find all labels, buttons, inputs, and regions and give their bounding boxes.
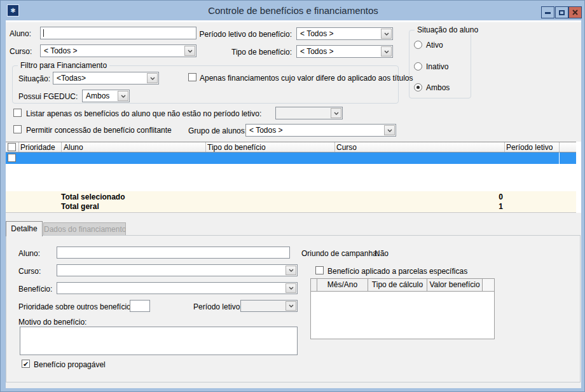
maximize-button[interactable]: [555, 6, 568, 18]
permitir-conflitante-checkbox[interactable]: [13, 125, 22, 133]
listar-apenas-label: Listar apenas os benefícios do aluno que…: [26, 109, 261, 118]
chevron-down-icon[interactable]: [147, 73, 158, 83]
table-row-selected[interactable]: [6, 152, 576, 164]
parcelas-especificas-checkbox[interactable]: [315, 266, 324, 274]
select-all-checkbox[interactable]: [8, 143, 16, 151]
total-geral-value: 1: [439, 202, 503, 211]
curso-filter-dropdown[interactable]: < Todos >: [40, 44, 196, 57]
detail-motivo-textarea[interactable]: [20, 327, 298, 355]
situacao-financiamento-label: Situação:: [18, 74, 50, 83]
radio-inativo[interactable]: [414, 62, 422, 71]
window-controle-beneficios: ✱ Controle de benefícios e financiamento…: [0, 0, 585, 392]
row-divider: [559, 152, 560, 164]
tab-dados-financiamento: Dados do financiamento: [43, 222, 126, 236]
parcelas-row-indicator-header: [311, 279, 317, 292]
oriundo-campanha-value: Não: [375, 249, 389, 258]
text-caret: [43, 29, 44, 37]
total-geral-label: Total geral: [61, 202, 99, 211]
tab-detalhe[interactable]: Detalhe: [6, 221, 43, 236]
content-top-highlight: [6, 20, 581, 22]
column-header-curso[interactable]: Curso: [336, 143, 357, 152]
periodo-letivo-beneficio-dropdown[interactable]: < Todos >: [296, 27, 393, 40]
fgeduc-dropdown[interactable]: Ambos: [82, 90, 130, 102]
detail-curso-dropdown[interactable]: [57, 264, 298, 276]
parcelas-column-valor-beneficio[interactable]: Valor benefício: [427, 279, 483, 292]
column-header-prioridade[interactable]: Prioridade: [20, 143, 55, 152]
radio-ambos-label: Ambos: [426, 83, 450, 92]
chevron-down-icon[interactable]: [118, 91, 128, 101]
grid-summary: Total selecionado 0 Total geral 1: [6, 191, 576, 213]
aluno-filter-input[interactable]: [40, 27, 196, 39]
radio-ambos[interactable]: [414, 83, 422, 91]
detail-prioridade-input[interactable]: [130, 300, 150, 312]
column-header-aluno[interactable]: Aluno: [64, 143, 83, 152]
minimize-icon: [545, 12, 551, 14]
column-divider: [205, 142, 206, 152]
grupo-alunos-label: Grupo de alunos:: [188, 126, 247, 135]
radio-inativo-label: Inativo: [426, 62, 448, 71]
apenas-diferenca-checkbox[interactable]: [188, 73, 196, 81]
chevron-down-icon[interactable]: [384, 125, 395, 135]
fgeduc-label: Possui FGEDUC:: [18, 92, 78, 101]
titlebar: ✱ Controle de benefícios e financiamento…: [1, 1, 585, 20]
column-divider: [334, 142, 335, 152]
permitir-conflitante-label: Permitir concessão de benefício conflita…: [26, 126, 172, 135]
propagavel-checkbox[interactable]: ✔: [22, 360, 30, 368]
window-title: Controle de benefícios e financiamentos: [1, 5, 585, 16]
chevron-down-icon[interactable]: [331, 108, 341, 118]
row-checkbox[interactable]: [8, 154, 16, 162]
grid-header: Prioridade Aluno Tipo do benefício Curso…: [6, 142, 576, 152]
grid-empty-area: [6, 164, 576, 191]
detail-prioridade-label: Prioridade sobre outros benefícios:: [18, 302, 137, 311]
minimize-button[interactable]: [541, 6, 554, 18]
column-header-tipo[interactable]: Tipo do benefício: [207, 143, 266, 152]
radio-ativo[interactable]: [414, 41, 422, 49]
detail-periodo-letivo-dropdown[interactable]: [240, 300, 298, 312]
total-selecionado-label: Total selecionado: [61, 193, 125, 201]
maximize-icon: [559, 10, 565, 15]
chevron-down-icon[interactable]: [286, 301, 296, 311]
radio-ativo-label: Ativo: [426, 41, 443, 50]
parcelas-header-filler: [483, 279, 494, 292]
apenas-diferenca-label: Apenas financiamentos cujo valor difere …: [200, 74, 413, 83]
chevron-down-icon[interactable]: [381, 29, 392, 39]
detail-periodo-letivo-label: Período letivo:: [193, 302, 242, 311]
close-button[interactable]: [568, 6, 582, 18]
parcelas-table: Mês/Ano Tipo de cálculo Valor benefício: [310, 278, 495, 339]
filtro-financiamento-legend: Filtro para Financiamento: [18, 61, 109, 70]
propagavel-label: Benefício propagável: [34, 360, 106, 369]
parcelas-column-tipo-calculo[interactable]: Tipo de cálculo: [368, 279, 427, 292]
close-icon: [572, 10, 578, 15]
total-selecionado-value: 0: [439, 193, 503, 201]
chevron-down-icon[interactable]: [381, 46, 392, 57]
column-divider: [18, 142, 19, 152]
chevron-down-icon[interactable]: [286, 266, 296, 275]
grid-scrollbar-track[interactable]: [576, 142, 581, 213]
detail-beneficio-dropdown[interactable]: [57, 282, 298, 294]
periodo-letivo-beneficio-label: Período letivo do benefício:: [191, 30, 292, 39]
detail-motivo-label: Motivo do benefício:: [18, 318, 86, 327]
parcelas-especificas-label: Benefício aplicado a parcelas específica…: [327, 267, 467, 276]
column-header-periodo[interactable]: Período letivo: [506, 143, 553, 152]
listar-apenas-checkbox[interactable]: [13, 109, 22, 117]
parcelas-column-mes-ano[interactable]: Mês/Ano: [317, 279, 368, 292]
detail-curso-label: Curso:: [18, 267, 41, 276]
oriundo-campanha-label: Oriundo de campanha:: [301, 249, 379, 258]
aluno-filter-label: Aluno:: [10, 29, 31, 38]
detail-aluno-input[interactable]: [57, 247, 290, 259]
column-divider: [61, 142, 62, 152]
column-divider: [504, 142, 505, 152]
curso-filter-label: Curso:: [10, 47, 32, 56]
situacao-aluno-legend: Situação do aluno: [415, 25, 481, 34]
column-divider: [559, 142, 560, 152]
tipo-beneficio-dropdown[interactable]: < Todos >: [296, 45, 393, 58]
detail-aluno-label: Aluno:: [18, 249, 40, 258]
detail-beneficio-label: Benefício:: [18, 285, 52, 294]
tipo-beneficio-label: Tipo de benefício:: [191, 48, 292, 57]
grupo-alunos-dropdown[interactable]: < Todos >: [245, 124, 396, 137]
situacao-financiamento-dropdown[interactable]: <Todas>: [53, 72, 159, 84]
chevron-down-icon[interactable]: [286, 283, 296, 293]
listar-periodo-dropdown[interactable]: [275, 107, 343, 119]
